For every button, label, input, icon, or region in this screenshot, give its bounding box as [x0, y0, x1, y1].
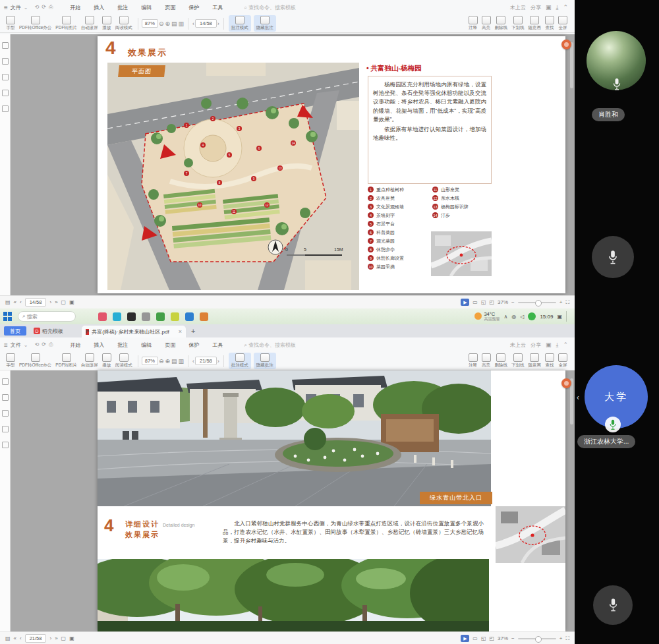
menu-tab[interactable]: 插入 — [88, 341, 109, 349]
toolbar-button[interactable]: 手型 — [6, 16, 15, 31]
toolbar-tool-button[interactable]: 全屏 — [558, 16, 567, 31]
wps-assistant-icon[interactable] — [561, 40, 571, 49]
fit-width-icon[interactable]: ◰ — [489, 635, 494, 641]
undo-redo-print-icons[interactable]: ⟲⟳⎙ — [35, 341, 56, 348]
first-page-icon[interactable]: « — [14, 299, 16, 305]
weather-widget[interactable]: 34°C 高温预警 — [474, 312, 500, 321]
toolbar-tool-button[interactable]: 高亮 — [482, 353, 491, 368]
taskbar-app-icon[interactable] — [127, 312, 136, 321]
toolbar-tool-button[interactable]: 下划线 — [511, 16, 525, 31]
toolbar-button[interactable]: 阅读模式 — [115, 353, 132, 368]
bookmark-icon[interactable] — [2, 90, 9, 96]
toolbar-button[interactable]: 自动滚屏 — [81, 353, 98, 368]
play-slideshow-button[interactable]: ▶ — [461, 635, 469, 642]
zoom-out-icon[interactable]: − — [511, 635, 515, 641]
fit-page-icon[interactable]: ▤ — [171, 20, 177, 27]
toolbar-tool-button[interactable]: 高亮 — [482, 16, 491, 31]
app-menu-icon[interactable]: ≡ — [4, 341, 8, 349]
toolbar-button[interactable]: 播放 — [102, 16, 111, 31]
read-mode-icon[interactable]: ▭ — [473, 299, 478, 305]
toolbar-tool-button[interactable]: 删除线 — [495, 353, 508, 368]
toolbar-tool-button[interactable]: 全屏 — [558, 353, 567, 368]
close-tab-icon[interactable]: × — [179, 328, 182, 335]
toolbar-tool-button[interactable]: 随意画 — [529, 353, 542, 368]
menu-tab[interactable]: 编辑 — [136, 3, 157, 12]
taskbar-app-icon[interactable] — [156, 312, 165, 321]
share-button[interactable]: 分享 — [530, 4, 541, 11]
audio-only-participant[interactable] — [592, 236, 634, 278]
store-tab[interactable]: D 稻壳模板 — [30, 326, 67, 336]
file-menu[interactable]: 文件 — [11, 341, 21, 349]
toolbar-tool-button[interactable]: 随意画 — [529, 16, 542, 31]
toolbar-tool-button[interactable]: 下划线 — [511, 353, 525, 368]
collapse-strip-icon[interactable]: ‹ — [577, 393, 579, 402]
toolbar-tool-button[interactable]: 查找 — [545, 16, 554, 31]
zoom-percent[interactable]: 37% — [498, 299, 508, 305]
microphone-active-icon[interactable] — [605, 417, 621, 432]
command-search[interactable]: ⌕ 查找命令、搜索模板 — [244, 341, 296, 349]
zoom-slider[interactable] — [518, 638, 556, 639]
read-mode-icon[interactable]: ▭ — [473, 635, 478, 641]
single-page-icon[interactable]: ▢ — [61, 635, 67, 641]
clock[interactable]: 15:09 — [540, 314, 553, 320]
page-indicator[interactable]: 14/58 — [25, 298, 47, 307]
fit-page-icon[interactable]: ▤ — [171, 358, 177, 365]
thumbnails-icon[interactable] — [2, 42, 9, 49]
next-page-icon[interactable]: › — [217, 358, 219, 365]
notification-icon[interactable]: ▣ — [557, 314, 562, 320]
volume-icon[interactable]: ◁ — [520, 314, 524, 320]
taskbar-app-icon[interactable] — [200, 312, 208, 321]
toolbar-tool-button[interactable]: 删除线 — [495, 16, 508, 31]
fit-width-icon[interactable]: ▥ — [178, 358, 184, 365]
menu-tab[interactable]: 编辑 — [136, 341, 157, 349]
taskbar-app-icon[interactable] — [113, 312, 121, 321]
tray-expand-icon[interactable]: ∧ — [503, 314, 507, 320]
fit-width-icon[interactable]: ◰ — [489, 299, 494, 305]
zoom-in-icon[interactable]: ⊕ — [165, 358, 170, 365]
prev-page-icon[interactable]: ‹ — [192, 20, 194, 27]
taskbar-app-icon[interactable] — [98, 312, 107, 321]
zoom-in-icon[interactable]: + — [559, 635, 563, 641]
zoom-out-icon[interactable]: − — [511, 299, 515, 305]
next-page-icon[interactable]: › — [49, 299, 51, 305]
page-indicator[interactable]: 14/58 — [195, 19, 217, 28]
page-indicator[interactable]: 21/58 — [25, 634, 47, 643]
annotation-list-icon[interactable] — [2, 410, 9, 417]
outline-icon[interactable] — [2, 58, 9, 65]
attachment-icon[interactable] — [2, 442, 9, 448]
share-button[interactable]: 分享 — [530, 341, 541, 349]
menu-tab[interactable]: 页面 — [159, 341, 181, 349]
double-page-icon[interactable]: ▣ — [69, 299, 74, 305]
layout-icon[interactable]: ▣ — [546, 4, 552, 11]
fullscreen-icon[interactable]: ⛶ — [565, 299, 569, 306]
file-menu[interactable]: 文件 — [11, 4, 21, 11]
zoom-in-icon[interactable]: + — [559, 299, 563, 305]
menu-tab[interactable]: 页面 — [159, 3, 181, 12]
wechat-tray-icon[interactable] — [528, 312, 536, 320]
prev-page-icon[interactable]: ‹ — [192, 358, 194, 365]
download-icon[interactable]: ⤓ — [556, 341, 558, 349]
zoom-level[interactable]: 87% — [142, 19, 158, 28]
toolbar-button[interactable]: PDF转图片 — [55, 353, 77, 368]
play-slideshow-button[interactable]: ▶ — [461, 299, 469, 306]
prev-page-icon[interactable]: ‹ — [20, 635, 22, 641]
menu-tab[interactable]: 工具 — [207, 341, 228, 349]
zoom-level[interactable]: 87% — [142, 357, 158, 365]
first-page-icon[interactable]: « — [14, 635, 16, 641]
attachment-icon[interactable] — [2, 105, 9, 112]
menu-tab[interactable]: 开始 — [65, 3, 86, 12]
layout-icon[interactable]: ▣ — [546, 341, 552, 348]
zoom-slider[interactable] — [518, 302, 556, 303]
collapse-ribbon-icon[interactable]: ⌃ — [563, 4, 568, 11]
fullscreen-icon[interactable]: ⛶ — [565, 635, 569, 642]
toolbar-button[interactable]: PDF转Office办公 — [19, 16, 51, 31]
menu-tab[interactable]: 工具 — [207, 3, 228, 12]
download-icon[interactable]: ⤓ — [556, 4, 558, 11]
single-page-icon[interactable]: ▢ — [61, 299, 67, 305]
zoom-out-icon[interactable]: ⊖ — [159, 20, 164, 27]
toolbar-tool-button[interactable]: 注释 — [469, 353, 478, 368]
command-search[interactable]: ⌕ 查找命令、搜索模板 — [244, 4, 296, 11]
toolbar-tool-button[interactable]: 注释 — [469, 16, 478, 31]
menu-tab[interactable]: 批注 — [112, 341, 133, 349]
taskbar-app-icon[interactable] — [185, 312, 194, 321]
